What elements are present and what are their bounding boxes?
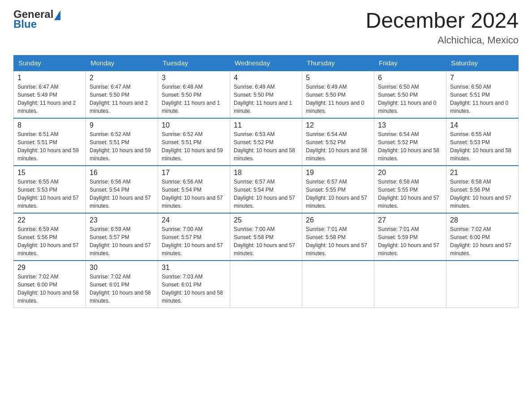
day-info: Sunrise: 6:47 AMSunset: 5:50 PMDaylight:… <box>90 84 148 114</box>
weekday-header-monday: Monday <box>86 55 158 71</box>
day-number: 25 <box>234 216 298 224</box>
day-number: 28 <box>450 216 515 224</box>
calendar-cell: 3 Sunrise: 6:48 AMSunset: 5:50 PMDayligh… <box>158 71 230 118</box>
day-info: Sunrise: 6:57 AMSunset: 5:55 PMDaylight:… <box>306 179 367 209</box>
calendar-cell: 22 Sunrise: 6:59 AMSunset: 5:56 PMDaylig… <box>14 213 86 261</box>
calendar-cell: 4 Sunrise: 6:49 AMSunset: 5:50 PMDayligh… <box>230 71 302 118</box>
day-number: 10 <box>162 121 226 129</box>
calendar-cell: 28 Sunrise: 7:02 AMSunset: 6:00 PMDaylig… <box>446 213 519 261</box>
day-number: 15 <box>17 169 82 177</box>
day-info: Sunrise: 6:50 AMSunset: 5:51 PMDaylight:… <box>450 84 508 114</box>
day-info: Sunrise: 6:52 AMSunset: 5:51 PMDaylight:… <box>162 131 223 162</box>
day-number: 29 <box>17 264 82 272</box>
day-number: 4 <box>234 74 298 82</box>
day-number: 13 <box>378 121 442 129</box>
day-number: 20 <box>378 169 442 177</box>
day-info: Sunrise: 7:00 AMSunset: 5:58 PMDaylight:… <box>234 226 295 257</box>
day-number: 23 <box>90 216 154 224</box>
calendar-cell: 8 Sunrise: 6:51 AMSunset: 5:51 PMDayligh… <box>14 118 86 166</box>
day-number: 27 <box>378 216 442 224</box>
day-info: Sunrise: 6:53 AMSunset: 5:52 PMDaylight:… <box>234 131 295 162</box>
day-info: Sunrise: 6:48 AMSunset: 5:50 PMDaylight:… <box>162 84 220 114</box>
weekday-header-tuesday: Tuesday <box>158 55 230 71</box>
calendar-cell <box>446 261 519 308</box>
day-info: Sunrise: 6:56 AMSunset: 5:54 PMDaylight:… <box>162 179 223 209</box>
day-info: Sunrise: 6:50 AMSunset: 5:50 PMDaylight:… <box>378 84 436 114</box>
day-info: Sunrise: 7:02 AMSunset: 6:00 PMDaylight:… <box>17 274 79 304</box>
calendar-cell: 31 Sunrise: 7:03 AMSunset: 6:01 PMDaylig… <box>158 261 230 308</box>
calendar-cell: 23 Sunrise: 6:59 AMSunset: 5:57 PMDaylig… <box>86 213 158 261</box>
calendar-cell: 30 Sunrise: 7:02 AMSunset: 6:01 PMDaylig… <box>86 261 158 308</box>
calendar-cell: 1 Sunrise: 6:47 AMSunset: 5:49 PMDayligh… <box>14 71 86 118</box>
day-info: Sunrise: 6:54 AMSunset: 5:52 PMDaylight:… <box>378 131 439 162</box>
day-info: Sunrise: 7:01 AMSunset: 5:58 PMDaylight:… <box>306 226 367 257</box>
calendar-cell: 27 Sunrise: 7:01 AMSunset: 5:59 PMDaylig… <box>374 213 446 261</box>
day-info: Sunrise: 6:47 AMSunset: 5:49 PMDaylight:… <box>17 84 76 114</box>
calendar-cell: 2 Sunrise: 6:47 AMSunset: 5:50 PMDayligh… <box>86 71 158 118</box>
day-number: 31 <box>162 264 226 272</box>
calendar-cell <box>230 261 302 308</box>
day-number: 11 <box>234 121 298 129</box>
calendar-cell: 9 Sunrise: 6:52 AMSunset: 5:51 PMDayligh… <box>86 118 158 166</box>
calendar-cell: 19 Sunrise: 6:57 AMSunset: 5:55 PMDaylig… <box>302 166 374 213</box>
day-number: 3 <box>162 74 226 82</box>
calendar-week-row: 8 Sunrise: 6:51 AMSunset: 5:51 PMDayligh… <box>14 118 519 166</box>
day-number: 12 <box>306 121 370 129</box>
day-number: 7 <box>450 74 515 82</box>
logo-blue-text: Blue <box>13 19 60 30</box>
day-info: Sunrise: 6:57 AMSunset: 5:54 PMDaylight:… <box>234 179 295 209</box>
calendar-cell: 16 Sunrise: 6:56 AMSunset: 5:54 PMDaylig… <box>86 166 158 213</box>
weekday-header-wednesday: Wednesday <box>230 55 302 71</box>
day-info: Sunrise: 7:00 AMSunset: 5:57 PMDaylight:… <box>162 226 223 257</box>
calendar-cell: 26 Sunrise: 7:01 AMSunset: 5:58 PMDaylig… <box>302 213 374 261</box>
day-info: Sunrise: 6:54 AMSunset: 5:52 PMDaylight:… <box>306 131 367 162</box>
calendar-cell: 15 Sunrise: 6:55 AMSunset: 5:53 PMDaylig… <box>14 166 86 213</box>
day-info: Sunrise: 6:55 AMSunset: 5:53 PMDaylight:… <box>450 131 511 162</box>
calendar-cell: 24 Sunrise: 7:00 AMSunset: 5:57 PMDaylig… <box>158 213 230 261</box>
calendar-week-row: 1 Sunrise: 6:47 AMSunset: 5:49 PMDayligh… <box>14 71 519 118</box>
day-info: Sunrise: 6:52 AMSunset: 5:51 PMDaylight:… <box>90 131 151 162</box>
day-number: 22 <box>17 216 82 224</box>
title-block: December 2024 Alchichica, Mexico <box>365 9 519 46</box>
calendar-week-row: 29 Sunrise: 7:02 AMSunset: 6:00 PMDaylig… <box>14 261 519 308</box>
calendar-week-row: 15 Sunrise: 6:55 AMSunset: 5:53 PMDaylig… <box>14 166 519 213</box>
day-info: Sunrise: 6:51 AMSunset: 5:51 PMDaylight:… <box>17 131 79 162</box>
day-number: 30 <box>90 264 154 272</box>
weekday-header-sunday: Sunday <box>14 55 86 71</box>
calendar-cell: 25 Sunrise: 7:00 AMSunset: 5:58 PMDaylig… <box>230 213 302 261</box>
day-number: 18 <box>234 169 298 177</box>
day-info: Sunrise: 6:58 AMSunset: 5:56 PMDaylight:… <box>450 179 511 209</box>
day-number: 19 <box>306 169 370 177</box>
day-info: Sunrise: 6:49 AMSunset: 5:50 PMDaylight:… <box>234 84 292 114</box>
day-info: Sunrise: 6:56 AMSunset: 5:54 PMDaylight:… <box>90 179 151 209</box>
day-number: 1 <box>17 74 82 82</box>
calendar-cell: 21 Sunrise: 6:58 AMSunset: 5:56 PMDaylig… <box>446 166 519 213</box>
calendar-cell: 10 Sunrise: 6:52 AMSunset: 5:51 PMDaylig… <box>158 118 230 166</box>
day-info: Sunrise: 6:59 AMSunset: 5:57 PMDaylight:… <box>90 226 151 257</box>
calendar-cell: 29 Sunrise: 7:02 AMSunset: 6:00 PMDaylig… <box>14 261 86 308</box>
calendar-cell: 17 Sunrise: 6:56 AMSunset: 5:54 PMDaylig… <box>158 166 230 213</box>
calendar-cell: 18 Sunrise: 6:57 AMSunset: 5:54 PMDaylig… <box>230 166 302 213</box>
weekday-header-saturday: Saturday <box>446 55 519 71</box>
day-number: 14 <box>450 121 515 129</box>
day-info: Sunrise: 6:55 AMSunset: 5:53 PMDaylight:… <box>17 179 79 209</box>
weekday-header-friday: Friday <box>374 55 446 71</box>
day-number: 2 <box>90 74 154 82</box>
day-number: 9 <box>90 121 154 129</box>
weekday-header-thursday: Thursday <box>302 55 374 71</box>
calendar-cell: 14 Sunrise: 6:55 AMSunset: 5:53 PMDaylig… <box>446 118 519 166</box>
calendar-cell: 6 Sunrise: 6:50 AMSunset: 5:50 PMDayligh… <box>374 71 446 118</box>
day-number: 5 <box>306 74 370 82</box>
calendar-title: December 2024 <box>365 9 519 33</box>
weekday-header-row: SundayMondayTuesdayWednesdayThursdayFrid… <box>14 55 519 71</box>
day-info: Sunrise: 6:59 AMSunset: 5:56 PMDaylight:… <box>17 226 79 257</box>
day-info: Sunrise: 7:02 AMSunset: 6:01 PMDaylight:… <box>90 274 151 304</box>
calendar-cell: 13 Sunrise: 6:54 AMSunset: 5:52 PMDaylig… <box>374 118 446 166</box>
day-info: Sunrise: 7:03 AMSunset: 6:01 PMDaylight:… <box>162 274 223 304</box>
calendar-cell: 5 Sunrise: 6:49 AMSunset: 5:50 PMDayligh… <box>302 71 374 118</box>
day-info: Sunrise: 7:02 AMSunset: 6:00 PMDaylight:… <box>450 226 511 257</box>
calendar-cell: 12 Sunrise: 6:54 AMSunset: 5:52 PMDaylig… <box>302 118 374 166</box>
calendar-week-row: 22 Sunrise: 6:59 AMSunset: 5:56 PMDaylig… <box>14 213 519 261</box>
calendar-cell: 11 Sunrise: 6:53 AMSunset: 5:52 PMDaylig… <box>230 118 302 166</box>
day-number: 21 <box>450 169 515 177</box>
